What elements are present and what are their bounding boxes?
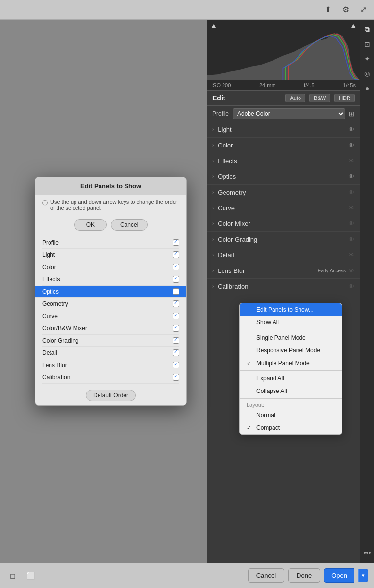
dialog-row-detail[interactable]: Detail — [42, 347, 179, 359]
dialog-row-color[interactable]: Color — [42, 261, 179, 273]
dialog-check-detail[interactable] — [173, 349, 179, 356]
panel-item-effects[interactable]: › Effects 👁 — [207, 153, 360, 169]
panel-name-calibration: Calibration — [218, 283, 349, 290]
panel-item-calibration[interactable]: › Calibration 👁 — [207, 279, 360, 294]
panel-item-curve[interactable]: › Curve 👁 — [207, 200, 360, 216]
bottom-open-button[interactable]: Open — [324, 568, 354, 583]
upload-icon[interactable]: ⬆ — [321, 3, 335, 17]
ctx-collapse-all[interactable]: Collapse All — [240, 385, 342, 397]
ctx-label-compact: Compact — [256, 424, 280, 431]
bw-button[interactable]: B&W — [309, 94, 330, 102]
eye-color[interactable]: 👁 — [349, 142, 355, 149]
more-icon[interactable]: ••• — [361, 547, 373, 559]
dialog-info-text: Use the up and down arrow keys to change… — [50, 199, 179, 211]
split-view-icon[interactable]: ⬜ — [24, 569, 37, 583]
edit-title: Edit — [212, 94, 225, 102]
dialog-row-light[interactable]: Light — [42, 249, 179, 261]
dialog-label-color-grading: Color Grading — [42, 337, 173, 344]
dialog-check-geometry[interactable] — [173, 300, 179, 307]
ctx-label-show-all: Show All — [256, 319, 279, 326]
ctx-expand-all[interactable]: Expand All — [240, 372, 342, 385]
dialog-info: ⓘ Use the up and down arrow keys to chan… — [35, 195, 186, 215]
eye-color-mixer[interactable]: 👁 — [349, 220, 355, 227]
ctx-show-all[interactable]: Show All — [240, 316, 342, 329]
bottom-cancel-button[interactable]: Cancel — [248, 568, 284, 583]
cancel-button[interactable]: Cancel — [111, 219, 148, 231]
dialog-check-optics[interactable] — [173, 288, 179, 295]
eye-color-grading[interactable]: 👁 — [349, 236, 355, 243]
dialog-row-geometry[interactable]: Geometry — [42, 298, 179, 310]
ctx-single-panel[interactable]: Single Panel Mode — [240, 331, 342, 344]
auto-button[interactable]: Auto — [285, 94, 305, 102]
ctx-label-edit-panels: Edit Panels to Show... — [256, 306, 314, 313]
radial-icon[interactable]: ◎ — [361, 68, 373, 79]
dialog-row-optics[interactable]: Optics — [35, 286, 186, 298]
eye-geometry[interactable]: 👁 — [349, 189, 355, 196]
dialog-label-light: Light — [42, 251, 173, 258]
chevron-lens-blur: › — [212, 268, 214, 273]
dialog-check-color[interactable] — [173, 264, 179, 270]
dialog-row-color-grading[interactable]: Color Grading — [42, 335, 179, 347]
panel-item-color-grading[interactable]: › Color Grading 👁 — [207, 232, 360, 247]
eye-lens-blur[interactable]: 👁 — [349, 267, 355, 274]
crop-icon[interactable]: ⊡ — [361, 38, 373, 50]
healing-icon[interactable]: ✦ — [361, 53, 373, 65]
dialog-check-curve[interactable] — [173, 313, 179, 319]
bottom-open-arrow-button[interactable]: ▾ — [358, 569, 368, 582]
ctx-compact[interactable]: ✓ Compact — [240, 421, 342, 434]
circle-icon[interactable]: ● — [361, 82, 373, 94]
panel-item-lens-blur[interactable]: › Lens Blur Early Access 👁 — [207, 263, 360, 279]
ctx-label-responsive-panel: Responsive Panel Mode — [256, 347, 320, 354]
ctx-edit-panels[interactable]: Edit Panels to Show... — [240, 303, 342, 316]
ok-button[interactable]: OK — [74, 219, 107, 231]
eye-optics[interactable]: 👁 — [349, 173, 355, 180]
profile-grid-icon[interactable]: ⊞ — [349, 110, 355, 118]
dialog-check-profile[interactable] — [173, 239, 179, 246]
profile-select[interactable]: Adobe Color Adobe Landscape Adobe Portra… — [233, 108, 345, 119]
panel-item-optics[interactable]: › Optics 👁 — [207, 169, 360, 185]
eye-effects[interactable]: 👁 — [349, 157, 355, 165]
dialog-check-lens-blur[interactable] — [173, 362, 179, 368]
dialog-row-effects[interactable]: Effects — [42, 273, 179, 286]
panel-item-detail[interactable]: › Detail 👁 — [207, 247, 360, 263]
dialog-label-color: Color — [42, 264, 173, 270]
dialog-check-calibration[interactable] — [173, 374, 179, 381]
hdr-button[interactable]: HDR — [334, 94, 355, 102]
dialog-row-color-bw-mixer[interactable]: Color/B&W Mixer — [42, 322, 179, 335]
sliders-icon[interactable]: ⧉ — [361, 24, 373, 35]
chevron-detail: › — [212, 252, 214, 258]
iso-value: ISO 200 — [211, 82, 231, 88]
settings-icon[interactable]: ⚙ — [339, 3, 352, 17]
ctx-normal[interactable]: Normal — [240, 409, 342, 421]
dialog-row-lens-blur[interactable]: Lens Blur — [42, 359, 179, 371]
dialog-check-color-bw-mixer[interactable] — [173, 325, 179, 332]
bottom-done-button[interactable]: Done — [288, 568, 320, 583]
shadow-clip-icon[interactable]: ▲ — [210, 22, 217, 29]
eye-detail[interactable]: 👁 — [349, 251, 355, 259]
panel-item-geometry[interactable]: › Geometry 👁 — [207, 185, 360, 200]
eye-calibration[interactable]: 👁 — [349, 283, 355, 290]
dialog-check-color-grading[interactable] — [173, 337, 179, 344]
panel-name-optics: Optics — [218, 173, 349, 180]
dialog-row-calibration[interactable]: Calibration — [42, 371, 179, 384]
ctx-label-multiple-panel: Multiple Panel Mode — [256, 360, 310, 367]
profile-row: Profile Adobe Color Adobe Landscape Adob… — [207, 106, 360, 122]
default-order-button[interactable]: Default Order — [86, 390, 136, 401]
dialog-title: Edit Panels to Show — [35, 177, 186, 195]
dialog-check-effects[interactable] — [173, 276, 179, 283]
highlight-clip-icon[interactable]: ▲ — [350, 22, 357, 29]
panel-name-detail: Detail — [218, 251, 349, 259]
ctx-multiple-panel[interactable]: ✓ Multiple Panel Mode — [240, 357, 342, 369]
panel-item-color[interactable]: › Color 👁 — [207, 138, 360, 153]
dialog-row-curve[interactable]: Curve — [42, 310, 179, 322]
panel-item-light[interactable]: › Light 👁 — [207, 122, 360, 138]
compare-icon[interactable]: ◻ — [6, 569, 20, 583]
panel-item-color-mixer[interactable]: › Color Mixer 👁 — [207, 216, 360, 232]
fullscreen-icon[interactable]: ⤢ — [356, 3, 370, 17]
ctx-label-expand-all: Expand All — [256, 375, 284, 382]
dialog-check-light[interactable] — [173, 251, 179, 258]
dialog-row-profile[interactable]: Profile — [42, 237, 179, 249]
eye-light[interactable]: 👁 — [349, 126, 355, 133]
eye-curve[interactable]: 👁 — [349, 204, 355, 212]
ctx-responsive-panel[interactable]: Responsive Panel Mode — [240, 344, 342, 357]
